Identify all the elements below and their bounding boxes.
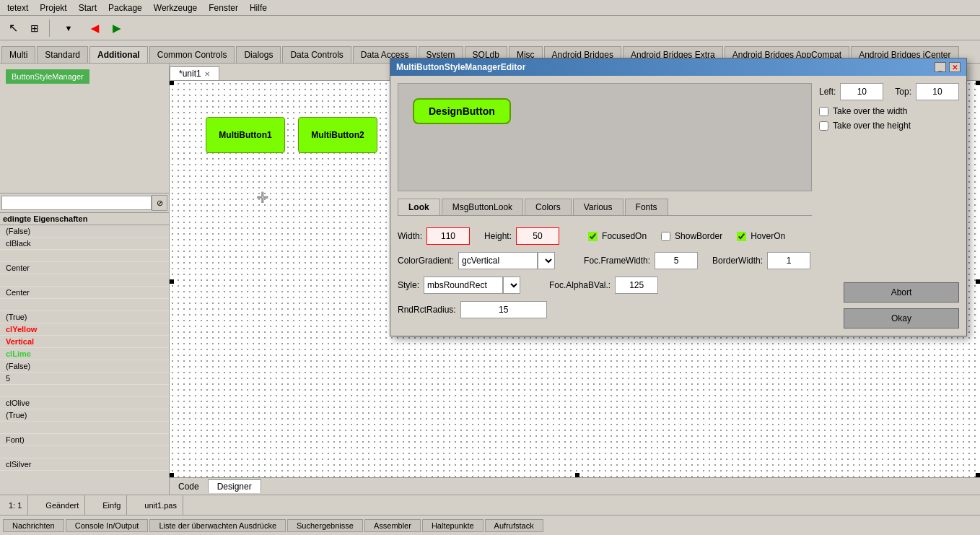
bottom-tab-nachrichten[interactable]: Nachrichten bbox=[3, 519, 64, 532]
resize-handle-mr[interactable] bbox=[976, 279, 980, 284]
design-button[interactable]: DesignButton bbox=[413, 98, 511, 124]
buttonstylemanager-component[interactable]: ButtonStyleManager bbox=[6, 69, 89, 84]
take-over-width-checkbox[interactable] bbox=[819, 107, 828, 116]
abort-button[interactable]: Abort bbox=[844, 282, 959, 303]
bottom-tab-haltepunkte[interactable]: Haltepunkte bbox=[422, 519, 484, 532]
rndrctradius-input[interactable] bbox=[460, 301, 547, 318]
palette-button[interactable]: ⊞ bbox=[25, 18, 45, 38]
filter-icon: ▼ bbox=[65, 24, 73, 32]
resize-handle-tl[interactable] bbox=[170, 81, 174, 85]
bottom-tab-aufrufstack[interactable]: Aufrufstack bbox=[485, 519, 543, 532]
prop-row: clBlack bbox=[0, 238, 169, 250]
menu-fenster[interactable]: Fenster bbox=[203, 1, 244, 14]
prop-row: Center bbox=[0, 287, 169, 299]
borderwidth-input[interactable] bbox=[767, 252, 810, 269]
menu-hilfe[interactable]: Hilfe bbox=[244, 1, 273, 14]
prop-row-clYellow: clYellow bbox=[0, 323, 169, 336]
style-group: Style: ▼ bbox=[398, 277, 520, 294]
colorgradient-select[interactable]: ▼ bbox=[538, 252, 555, 269]
tab-dialogs[interactable]: Dialogs bbox=[236, 46, 281, 63]
prop-row: (True) bbox=[0, 409, 169, 422]
form-row-2: ColorGradient: ▼ Foc.FrameWidth: bbox=[398, 252, 812, 269]
showborder-checkbox[interactable] bbox=[661, 232, 670, 241]
foc-alphabval-label: Foc.AlphaBVal.: bbox=[549, 280, 611, 290]
menu-bar: tetext Projekt Start Package Werkzeuge F… bbox=[0, 0, 980, 16]
dialog-tab-colors[interactable]: Colors bbox=[525, 199, 572, 215]
menu-tetext[interactable]: tetext bbox=[1, 1, 34, 14]
colorgradient-label: ColorGradient: bbox=[398, 256, 454, 266]
hoveron-group: HoverOn bbox=[737, 231, 785, 241]
height-input[interactable] bbox=[516, 227, 559, 245]
code-tab[interactable]: Code bbox=[170, 480, 208, 493]
editor-tab-unit1[interactable]: *unit1 ✕ bbox=[170, 66, 219, 80]
close-button[interactable]: ✕ bbox=[949, 62, 961, 72]
bottom-panel-tabs: Nachrichten Console In/Output Liste der … bbox=[0, 515, 980, 535]
dialog-window-controls: _ ✕ bbox=[935, 62, 961, 72]
menu-package[interactable]: Package bbox=[102, 1, 148, 14]
props-list: (False) clBlack Center Center (True) clY… bbox=[0, 225, 169, 495]
prop-row: (True) bbox=[0, 311, 169, 323]
tab-additional[interactable]: Additional bbox=[89, 46, 148, 63]
foc-framewidth-input[interactable] bbox=[655, 252, 698, 269]
take-over-height-checkbox[interactable] bbox=[819, 121, 828, 131]
close-tab-button[interactable]: ✕ bbox=[204, 70, 210, 78]
search-input[interactable] bbox=[1, 196, 152, 210]
style-label: Style: bbox=[398, 280, 419, 290]
filter-button[interactable]: ⊘ bbox=[152, 195, 167, 211]
tab-multi[interactable]: Multi bbox=[1, 46, 35, 63]
resize-handle-bl[interactable] bbox=[170, 473, 174, 477]
focusedon-checkbox[interactable] bbox=[588, 232, 598, 241]
dialog-tab-fonts[interactable]: Fonts bbox=[625, 199, 668, 215]
multibutton1[interactable]: MultiButton1 bbox=[206, 117, 285, 153]
back-button[interactable]: ◀ bbox=[84, 18, 105, 38]
dialog-tabs: Look MsgButtonLook Colors Various Fonts bbox=[398, 199, 812, 216]
colorgradient-group: ColorGradient: ▼ bbox=[398, 252, 555, 269]
resize-handle-tr[interactable] bbox=[976, 81, 980, 85]
height-group: Height: bbox=[484, 227, 559, 245]
top-position-input[interactable] bbox=[916, 83, 959, 100]
colorgradient-input[interactable] bbox=[458, 252, 538, 269]
dialog-tab-look[interactable]: Look bbox=[398, 199, 440, 215]
prop-row-vertical: Vertical bbox=[0, 336, 169, 348]
tab-common-controls[interactable]: Common Controls bbox=[149, 46, 235, 63]
split-dropdown[interactable]: ▼ bbox=[54, 18, 83, 38]
bottom-tab-console[interactable]: Console In/Output bbox=[66, 519, 149, 532]
style-select[interactable]: ▼ bbox=[503, 277, 520, 294]
bottom-tab-suchergebnisse[interactable]: Suchergebnisse bbox=[287, 519, 363, 532]
style-input[interactable] bbox=[424, 277, 503, 294]
rndrctradius-group: RndRctRadius: bbox=[398, 301, 547, 318]
multibutton2[interactable]: MultiButton2 bbox=[298, 117, 377, 153]
forward-button[interactable]: ▶ bbox=[106, 18, 126, 38]
resize-handle-bc[interactable] bbox=[575, 473, 579, 477]
cursor-button[interactable]: ↖ bbox=[3, 18, 23, 38]
hoveron-checkbox[interactable] bbox=[737, 232, 746, 241]
designer-tab[interactable]: Designer bbox=[208, 479, 261, 493]
prop-row: (False) bbox=[0, 360, 169, 373]
dialog-title: MultiButtonStyleManagerEditor bbox=[396, 62, 525, 72]
dialog-tab-various[interactable]: Various bbox=[573, 199, 624, 215]
toolbar: ↖ ⊞ ▼ ◀ ▶ bbox=[0, 16, 980, 40]
focusedon-group: FocusedOn bbox=[588, 231, 647, 241]
take-over-height-group: Take over the height bbox=[819, 121, 911, 131]
menu-werkzeuge[interactable]: Werkzeuge bbox=[148, 1, 203, 14]
cursor-icon: ✛ bbox=[256, 189, 268, 206]
left-position-input[interactable] bbox=[840, 83, 883, 100]
resize-handle-ml[interactable] bbox=[170, 279, 174, 284]
tab-data-controls[interactable]: Data Controls bbox=[282, 46, 351, 63]
tab-standard[interactable]: Standard bbox=[37, 46, 88, 63]
bottom-tab-assembler[interactable]: Assembler bbox=[364, 519, 421, 532]
bottom-tab-watched[interactable]: Liste der überwachten Ausdrücke bbox=[149, 519, 286, 532]
dialog-tab-msgbuttonlook[interactable]: MsgButtonLook bbox=[442, 199, 523, 215]
left-panel: ButtonStyleManager ⊘ edingte Eigenschaft… bbox=[0, 64, 170, 495]
menu-start[interactable]: Start bbox=[73, 1, 102, 14]
left-position-group: Left: bbox=[819, 83, 883, 100]
resize-handle-br[interactable] bbox=[976, 473, 980, 477]
focusedon-label: FocusedOn bbox=[602, 231, 647, 241]
rndrctradius-label: RndRctRadius: bbox=[398, 305, 456, 315]
okay-button[interactable]: Okay bbox=[844, 308, 959, 329]
menu-projekt[interactable]: Projekt bbox=[34, 1, 72, 14]
dialog-preview-area: DesignButton bbox=[398, 83, 812, 191]
width-input[interactable] bbox=[426, 227, 470, 245]
foc-alphabval-input[interactable] bbox=[615, 277, 658, 294]
minimize-button[interactable]: _ bbox=[935, 62, 946, 72]
